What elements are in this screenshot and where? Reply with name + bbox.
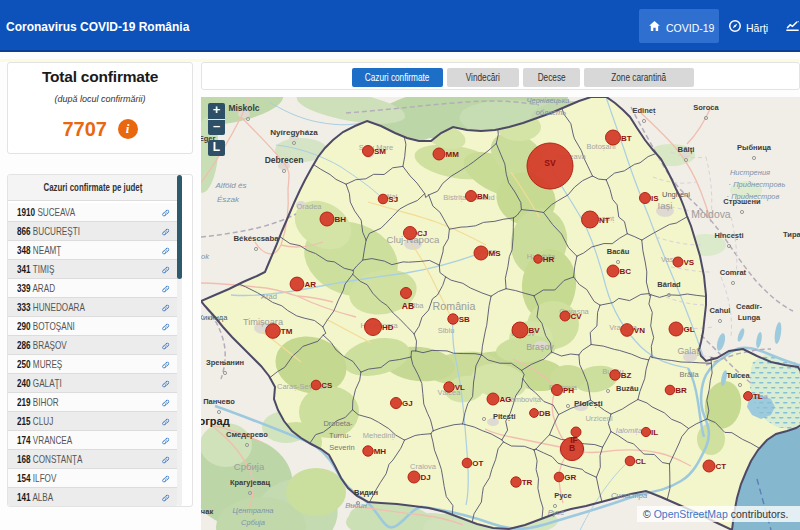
svg-text:Soroca: Soroca [693,103,719,112]
svg-text:Крагујевац: Крагујевац [230,478,271,487]
svg-text:TL: TL [753,392,763,401]
svg-text:Русе: Русе [554,491,571,500]
svg-text:IL: IL [651,428,658,437]
svg-text:Србија: Србија [241,518,265,527]
svg-text:Чернівецька: Чернівецька [526,97,569,105]
svg-text:DJ: DJ [421,473,431,482]
svg-text:MM: MM [446,150,460,159]
svg-text:MH: MH [374,447,387,456]
svg-text:CV: CV [571,312,583,321]
svg-text:SB: SB [459,315,470,324]
svg-text:CL: CL [635,457,646,466]
svg-text:BZ: BZ [621,371,632,380]
svg-text:Comrat: Comrat [720,268,747,277]
svg-text:Рыбница: Рыбница [737,143,772,152]
svg-text:Urziceni: Urziceni [585,414,612,423]
svg-text:AR: AR [304,280,316,289]
svg-text:VS: VS [684,258,695,267]
svg-text:Кикинда: Кикинда [201,313,228,322]
svg-text:BN: BN [477,192,489,201]
svg-text:VN: VN [634,326,645,335]
svg-text:România: România [433,300,476,312]
svg-text:TM: TM [281,327,293,336]
svg-text:Alföld és: Alföld és [214,181,246,190]
svg-text:Drobeta-: Drobeta- [323,419,353,428]
svg-text:ачак: ачак [201,507,213,516]
svg-text:VL: VL [455,383,465,392]
svg-text:OT: OT [472,459,483,468]
svg-text:SJ: SJ [388,195,398,204]
svg-text:GL: GL [684,325,695,334]
svg-text:B: B [569,443,575,453]
svg-text:Brăila: Brăila [679,370,699,379]
svg-text:BT: BT [621,134,632,143]
svg-text:Debrecen: Debrecen [265,155,304,165]
svg-text:Moldova: Moldova [691,209,730,220]
svg-text:Ceadîr-: Ceadîr- [736,302,762,311]
svg-text:Тирас: Тирас [783,230,800,239]
svg-text:Ploiești: Ploiești [574,399,603,408]
svg-text:Iași: Iași [658,200,673,211]
svg-text:Централна: Централна [233,506,274,515]
svg-text:Nyíregyháza: Nyíregyháza [270,128,318,137]
svg-text:Brașov: Brașov [526,342,554,352]
svg-text:Видин: Видин [354,488,378,497]
svg-text:IS: IS [651,194,659,203]
svg-text:TR: TR [522,478,533,487]
svg-text:GR: GR [564,473,576,482]
svg-text:Bălți: Bălți [678,145,695,154]
svg-text:SM: SM [374,147,386,156]
svg-text:· Приднестровь: · Приднестровь [729,180,786,189]
svg-text:Видин: Видин [345,501,367,510]
svg-text:Ungheni: Ungheni [662,190,690,199]
svg-text:область: область [536,108,567,117]
svg-text:Hincești: Hincești [714,231,743,240]
svg-text:Galați: Galați [677,346,700,356]
svg-text:Lunga: Lunga [738,313,761,322]
svg-text:Bacău: Bacău [607,247,630,256]
svg-text:AB: AB [402,301,414,311]
svg-text:Mehedinți: Mehedinți [363,431,396,440]
svg-text:Нистрения: Нистрения [730,168,770,177]
svg-text:ok: ok [201,252,210,261]
svg-text:PH: PH [563,386,574,395]
svg-text:еоград: еоград [201,415,230,427]
svg-text:Панчево: Панчево [203,397,235,406]
svg-text:HR: HR [543,255,555,264]
svg-text:Смедерево: Смедерево [226,430,268,439]
svg-text:CT: CT [716,462,727,471]
svg-text:Békéscsaba: Békéscsaba [233,234,279,243]
svg-text:CS: CS [321,381,333,390]
svg-text:DB: DB [539,409,551,418]
svg-text:HD: HD [382,323,394,332]
svg-text:Craiova: Craiova [410,462,437,471]
svg-text:Sibiu: Sibiu [438,326,455,335]
svg-text:Pitești: Pitești [493,412,516,421]
svg-text:Észak: Észak [217,195,240,204]
svg-text:SV: SV [544,158,556,168]
svg-text:NT: NT [599,216,610,225]
svg-text:Edineț: Edineț [633,106,656,115]
svg-text:Cahul: Cahul [710,306,731,315]
svg-text:GJ: GJ [402,399,413,408]
svg-text:Oradea: Oradea [296,202,322,211]
svg-text:CJ: CJ [417,229,427,238]
svg-text:Arad: Arad [261,292,277,301]
svg-text:BR: BR [675,386,687,395]
svg-text:Buzău: Buzău [616,384,639,393]
svg-text:Bârlad: Bârlad [657,280,681,289]
svg-text:Зрењанин: Зрењанин [206,358,244,367]
svg-text:Tulcea: Tulcea [726,371,750,380]
svg-text:Miskolc: Miskolc [228,103,259,113]
svg-text:Србија: Србија [234,461,265,472]
svg-text:BV: BV [529,326,541,335]
svg-text:Ialomița: Ialomița [616,426,642,435]
svg-text:Силистра: Силистра [611,491,647,500]
svg-text:Русе: Русе [548,508,565,517]
svg-text:Стрэшени: Стрэшени [723,197,761,206]
svg-text:BH: BH [335,215,347,224]
svg-text:Turnu-: Turnu- [329,431,351,440]
svg-text:BC: BC [620,267,632,276]
svg-text:MS: MS [489,249,502,258]
svg-text:Severin: Severin [329,443,354,452]
